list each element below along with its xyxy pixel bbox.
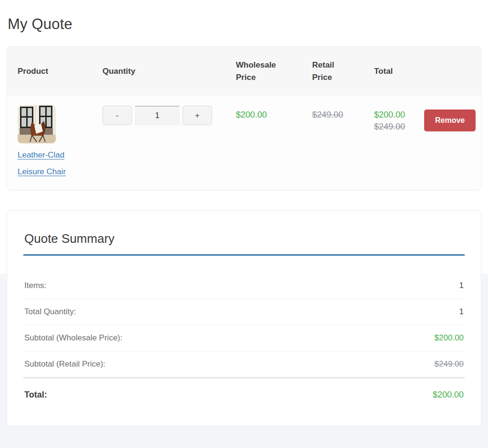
quantity-input[interactable]: [135, 106, 180, 125]
quantity-stepper: - +: [102, 105, 226, 125]
product-image[interactable]: [18, 105, 56, 143]
column-header-wholesale-price: Wholesale Price: [231, 47, 307, 96]
summary-label: Total:: [24, 390, 47, 400]
summary-value: $249.00: [435, 359, 464, 369]
total-wholesale-price: $200.00: [374, 109, 415, 121]
quantity-decrease-button[interactable]: -: [102, 106, 132, 125]
quote-summary-card: Quote Summary Items: 1 Total Quantity: 1…: [7, 210, 481, 426]
summary-value: 1: [459, 307, 464, 317]
summary-value: $200.00: [433, 390, 464, 400]
wholesale-price: $200.00: [236, 109, 267, 121]
page-title: My Quote: [7, 16, 481, 33]
column-header-retail-price: Retail Price: [307, 47, 369, 96]
quantity-cell: - +: [98, 96, 231, 190]
quote-summary-rows: Items: 1 Total Quantity: 1 Subtotal (Who…: [23, 273, 465, 409]
summary-value: 1: [459, 281, 464, 290]
summary-row-subtotal-wholesale: Subtotal (Wholesale Price): $200.00: [23, 325, 465, 351]
column-header-product: Product: [7, 47, 98, 96]
total-retail-price: $249.00: [374, 121, 415, 133]
column-header-total: Total: [369, 47, 419, 96]
action-cell: Remove: [419, 96, 481, 190]
product-photo-illustration: [18, 105, 56, 143]
summary-row-subtotal-retail: Subtotal (Retail Price): $249.00: [23, 351, 465, 378]
column-header-quantity: Quantity: [98, 47, 231, 96]
quote-items-table: Product Quantity Wholesale Price Retail …: [7, 47, 481, 190]
quote-items-card: Product Quantity Wholesale Price Retail …: [7, 46, 481, 190]
table-row: Leather-Clad Leisure Chair - + $200.00 $…: [7, 96, 481, 190]
summary-label: Subtotal (Wholesale Price):: [24, 333, 122, 343]
summary-label: Subtotal (Retail Price):: [24, 359, 105, 369]
quote-summary-heading: Quote Summary: [23, 231, 465, 256]
summary-value: $200.00: [435, 333, 464, 343]
summary-label: Items:: [24, 281, 46, 290]
retail-price: $249.00: [312, 109, 343, 121]
summary-row-total: Total: $200.00: [23, 378, 465, 409]
column-header-actions: [419, 47, 481, 96]
total-cell: $200.00 $249.00: [369, 96, 419, 190]
table-header-row: Product Quantity Wholesale Price Retail …: [7, 47, 481, 96]
quote-page: My Quote Product Quantity Wholesale Pric…: [0, 0, 488, 426]
wholesale-price-cell: $200.00: [231, 96, 307, 190]
summary-label: Total Quantity:: [24, 307, 76, 317]
summary-row-items: Items: 1: [23, 273, 465, 299]
summary-row-total-quantity: Total Quantity: 1: [23, 299, 465, 325]
quantity-increase-button[interactable]: +: [183, 106, 212, 125]
remove-button[interactable]: Remove: [424, 110, 476, 131]
retail-price-cell: $249.00: [307, 96, 369, 190]
product-name-link[interactable]: Leather-Clad Leisure Chair: [18, 147, 77, 180]
product-cell: Leather-Clad Leisure Chair: [7, 96, 98, 190]
